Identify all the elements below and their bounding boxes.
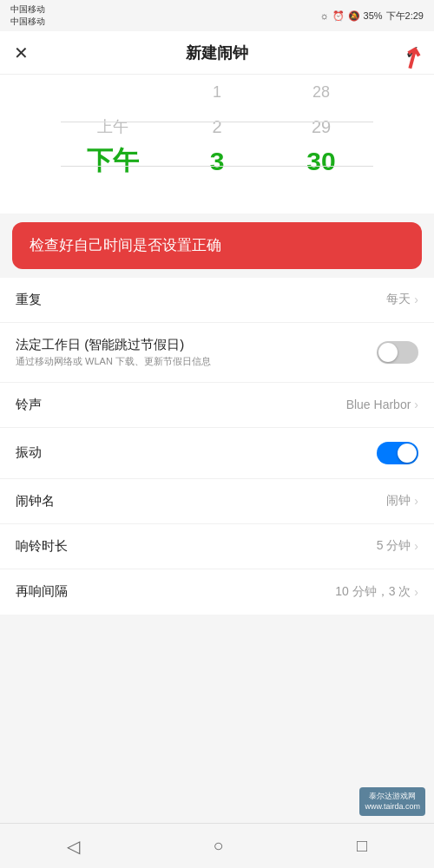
settings-label-group-vibration: 振动: [16, 444, 42, 461]
settings-item-duration[interactable]: 响铃时长5 分钟›: [0, 524, 434, 569]
settings-arrow-snooze: ›: [414, 585, 418, 599]
time-picker[interactable]: 上午 下午 1 2 3 28 29 30: [0, 75, 434, 214]
settings-item-vibration[interactable]: 振动: [0, 428, 434, 479]
minute-column[interactable]: 28 29 30: [269, 75, 373, 214]
hour-column[interactable]: 1 2 3: [165, 75, 269, 214]
toggle-vibration[interactable]: [377, 442, 418, 464]
settings-val-text-repeat: 每天: [386, 292, 411, 307]
watermark-line1: 泰尔达游戏网: [365, 791, 420, 802]
settings-label-group-snooze: 再响间隔: [16, 583, 68, 600]
settings-item-alarmname[interactable]: 闹钟名闹钟›: [0, 479, 434, 524]
settings-sublabel-workday: 通过移动网络或 WLAN 下载、更新节假日信息: [16, 355, 211, 368]
ampm-above: [61, 75, 165, 109]
settings-label-alarmname: 闹钟名: [16, 493, 55, 510]
watermark-line2: www.tairda.com: [365, 801, 420, 812]
settings-value-repeat: 每天›: [386, 292, 418, 307]
warning-banner: 检查好自己时间是否设置正确: [12, 222, 422, 269]
settings-label-ringtone: 铃声: [16, 397, 42, 413]
carrier1: 中国移动: [10, 3, 45, 16]
settings-val-text-alarmname: 闹钟: [386, 493, 411, 509]
settings-arrow-duration: ›: [414, 539, 418, 553]
settings-label-repeat: 重复: [16, 292, 42, 308]
hour-next: [165, 179, 269, 214]
nav-bar: ◁ ○ □: [0, 823, 434, 868]
ampm-selected: 下午: [61, 143, 165, 179]
settings-label-vibration: 振动: [16, 444, 42, 461]
settings-arrow-repeat: ›: [414, 293, 418, 306]
battery-text: 35%: [364, 10, 383, 21]
settings-label-duration: 响铃时长: [16, 538, 68, 555]
carrier2: 中国移动: [10, 16, 45, 28]
close-button[interactable]: ✕: [14, 43, 29, 63]
settings-label-group-duration: 响铃时长: [16, 538, 68, 555]
ampm-column[interactable]: 上午 下午: [61, 75, 165, 214]
hour-above2: 1: [165, 75, 269, 109]
settings-value-vibration: [377, 442, 418, 464]
settings-icon: ☼: [319, 10, 328, 21]
back-button[interactable]: ◁: [49, 829, 97, 864]
home-button[interactable]: ○: [195, 829, 240, 863]
minute-next: [269, 179, 373, 214]
settings-label-snooze: 再响间隔: [16, 583, 68, 600]
page-title: 新建闹钟: [186, 43, 248, 63]
settings-item-ringtone[interactable]: 铃声Blue Harbor›: [0, 383, 434, 428]
settings-value-alarmname: 闹钟›: [386, 493, 418, 509]
ampm-next: [61, 179, 165, 214]
settings-item-workday[interactable]: 法定工作日 (智能跳过节假日)通过移动网络或 WLAN 下载、更新节假日信息: [0, 323, 434, 383]
settings-list: 重复每天›法定工作日 (智能跳过节假日)通过移动网络或 WLAN 下载、更新节假…: [0, 278, 434, 615]
confirm-button[interactable]: ✓: [404, 42, 420, 64]
toggle-workday[interactable]: [377, 341, 418, 364]
warning-text: 检查好自己时间是否设置正确: [30, 237, 221, 253]
settings-item-snooze[interactable]: 再响间隔10 分钟，3 次›: [0, 569, 434, 615]
settings-val-text-snooze: 10 分钟，3 次: [335, 584, 411, 600]
settings-value-duration: 5 分钟›: [377, 538, 418, 554]
minute-above2: 28: [269, 75, 373, 109]
settings-label-group-ringtone: 铃声: [16, 397, 42, 413]
settings-value-ringtone: Blue Harbor›: [346, 398, 418, 411]
settings-label-group-alarmname: 闹钟名: [16, 493, 55, 510]
silent-icon: 🔕: [348, 10, 360, 22]
settings-label-workday: 法定工作日 (智能跳过节假日): [16, 337, 211, 353]
minute-prev: 29: [269, 109, 373, 144]
time-display: 下午2:29: [386, 10, 424, 23]
settings-label-group-repeat: 重复: [16, 292, 42, 308]
ampm-prev: 上午: [61, 109, 165, 144]
settings-item-repeat[interactable]: 重复每天›: [0, 278, 434, 323]
watermark: 泰尔达游戏网 www.tairda.com: [359, 787, 425, 816]
settings-arrow-alarmname: ›: [414, 494, 418, 508]
minute-selected: 30: [269, 144, 373, 179]
carrier-info: 中国移动 中国移动: [10, 3, 45, 28]
recents-button[interactable]: □: [339, 829, 385, 863]
settings-label-group-workday: 法定工作日 (智能跳过节假日)通过移动网络或 WLAN 下载、更新节假日信息: [16, 337, 211, 368]
header: ✕ 新建闹钟 ✓: [0, 31, 434, 75]
settings-value-workday: [377, 341, 418, 364]
status-bar: 中国移动 中国移动 ☼ ⏰ 🔕 35% 下午2:29: [0, 0, 434, 31]
hour-prev: 2: [165, 109, 269, 144]
alarm-icon: ⏰: [332, 10, 345, 22]
hour-selected: 3: [165, 144, 269, 179]
status-icons: ☼ ⏰ 🔕 35% 下午2:29: [319, 10, 424, 23]
settings-val-text-duration: 5 分钟: [377, 538, 411, 554]
settings-val-text-ringtone: Blue Harbor: [346, 398, 411, 411]
settings-arrow-ringtone: ›: [414, 398, 418, 411]
settings-value-snooze: 10 分钟，3 次›: [335, 584, 418, 600]
